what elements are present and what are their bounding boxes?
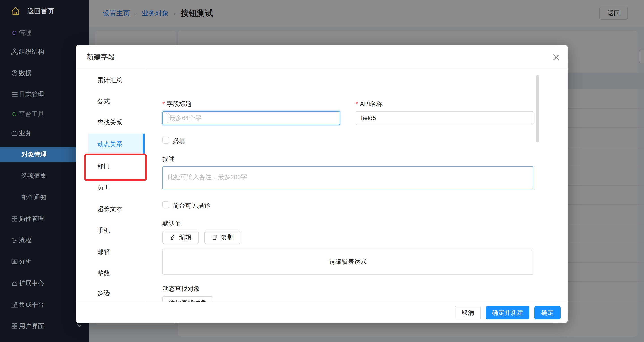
tab-label: 查找关系 (97, 118, 122, 127)
sidebar-item-label: 集成平台 (19, 300, 44, 309)
dynamic-lookup-label: 动态查找对象 (162, 284, 200, 293)
edit-expression-button[interactable]: 编辑 (162, 230, 199, 244)
pencil-icon (169, 234, 176, 241)
close-icon[interactable] (552, 53, 561, 62)
default-value-label: 默认值 (162, 219, 181, 228)
field-type-tab-6[interactable]: 员工 (76, 177, 144, 198)
front-visible-checkbox-label[interactable]: 前台可见描述 (173, 202, 210, 210)
tab-label: 多选 (97, 289, 110, 297)
tab-rail-divider (146, 69, 146, 302)
sidebar-item-label: 数据 (19, 69, 32, 78)
tab-label: 累计汇总 (97, 76, 122, 84)
chart-icon (11, 258, 18, 265)
sidebar-item-label: 组织结构 (19, 48, 44, 56)
sidebar-home-button[interactable]: 返回首页 (0, 0, 90, 22)
field-type-tab-10[interactable]: 整数 (76, 262, 144, 284)
tab-label: 员工 (97, 183, 110, 192)
sidebar-item-label: 对象管理 (22, 150, 46, 159)
field-type-tab-2[interactable]: 公式 (76, 90, 144, 112)
confirm-and-new-button[interactable]: 确定并新建 (486, 306, 530, 320)
field-type-tab-9[interactable]: 邮箱 (76, 241, 144, 262)
pie-icon (11, 69, 18, 77)
field-type-tab-4[interactable]: 动态关系 (88, 134, 144, 155)
copy-button[interactable]: 复制 (204, 230, 240, 244)
required-checkbox[interactable] (162, 137, 169, 144)
text-cursor (168, 114, 168, 122)
tab-label: 邮箱 (97, 248, 110, 256)
sidebar-home-label: 返回首页 (27, 7, 54, 16)
building-icon (11, 301, 18, 308)
field-type-tab-1[interactable]: 累计汇总 (76, 70, 144, 91)
selected-tab-inkbar (143, 134, 144, 155)
confirm-button[interactable]: 确定 (534, 306, 560, 320)
sidebar-item-label: 日志管理 (19, 90, 44, 99)
field-title-label: *字段标题 (162, 100, 192, 108)
modal-scrollbar-thumb[interactable] (536, 75, 539, 142)
flow-icon (11, 236, 18, 244)
field-type-tab-5[interactable]: 部门 (76, 156, 144, 177)
modal-footer: 取消 确定并新建 确定 (76, 302, 568, 323)
required-asterisk: * (162, 100, 165, 107)
tab-label: 部门 (97, 162, 110, 170)
api-name-label: *API名称 (356, 100, 382, 108)
field-type-tab-8[interactable]: 手机 (76, 220, 144, 241)
sidebar-item-label: 插件管理 (19, 214, 44, 223)
tab-label: 整数 (97, 269, 110, 278)
sidebar-item-label: 分析 (19, 257, 32, 266)
modal-body: 累计汇总公式查找关系动态关系部门员工超长文本手机邮箱整数多选 *字段标题 *AP… (76, 69, 568, 302)
add-lookup-object-button[interactable]: 添加查找对象 (162, 296, 213, 302)
expression-box[interactable]: 请编辑表达式 (162, 248, 534, 275)
field-type-tab-3[interactable]: 查找关系 (76, 112, 144, 133)
sidebar-item-label: 流程 (19, 236, 32, 244)
field-type-tab-7[interactable]: 超长文本 (76, 198, 144, 220)
sidebar-item-1[interactable]: 管理 (0, 25, 90, 41)
chevron-down-icon[interactable] (76, 322, 83, 329)
required-checkbox-label[interactable]: 必填 (173, 137, 185, 146)
circle-icon (12, 30, 17, 36)
sidebar-item-label: 扩展中心 (19, 279, 44, 288)
sidebar-item-label: 用户界面 (19, 322, 44, 330)
field-title-input[interactable]: 最多64个字 (162, 111, 340, 125)
description-label: 描述 (162, 155, 175, 163)
briefcase-icon (11, 129, 18, 137)
grid-icon (11, 322, 18, 330)
grid-icon (11, 215, 18, 222)
copy-icon (212, 234, 218, 241)
tab-label: 手机 (97, 226, 110, 235)
sidebar-item-label: 平台工具 (19, 110, 44, 118)
cancel-button[interactable]: 取消 (454, 306, 481, 320)
puzzle-icon (11, 280, 18, 287)
org-icon (11, 48, 18, 56)
circle-icon (12, 112, 17, 117)
app-root: 返回首页 管理组织结构数据日志管理平台工具业务对象管理选项值集邮件通知插件管理流… (0, 0, 644, 342)
required-asterisk: * (356, 100, 358, 107)
sidebar-item-label: 邮件通知 (22, 193, 46, 202)
new-field-modal: 新建字段 累计汇总公式查找关系动态关系部门员工超长文本手机邮箱整数多选 *字段标… (76, 45, 568, 323)
tab-label: 动态关系 (97, 140, 122, 148)
tab-label: 超长文本 (97, 205, 122, 213)
tab-label: 公式 (97, 97, 110, 106)
field-type-tab-11[interactable]: 多选 (76, 282, 144, 302)
api-name-input[interactable]: field5 (356, 111, 534, 125)
sidebar-item-label: 业务 (19, 129, 32, 137)
sidebar-item-label: 管理 (19, 29, 32, 37)
front-visible-checkbox[interactable] (162, 201, 169, 208)
description-textarea[interactable]: 此处可输入备注，最多200字 (162, 166, 534, 190)
list-icon (11, 90, 18, 98)
sidebar-item-label: 选项值集 (22, 172, 46, 180)
home-icon (11, 6, 20, 16)
modal-title: 新建字段 (86, 52, 115, 62)
